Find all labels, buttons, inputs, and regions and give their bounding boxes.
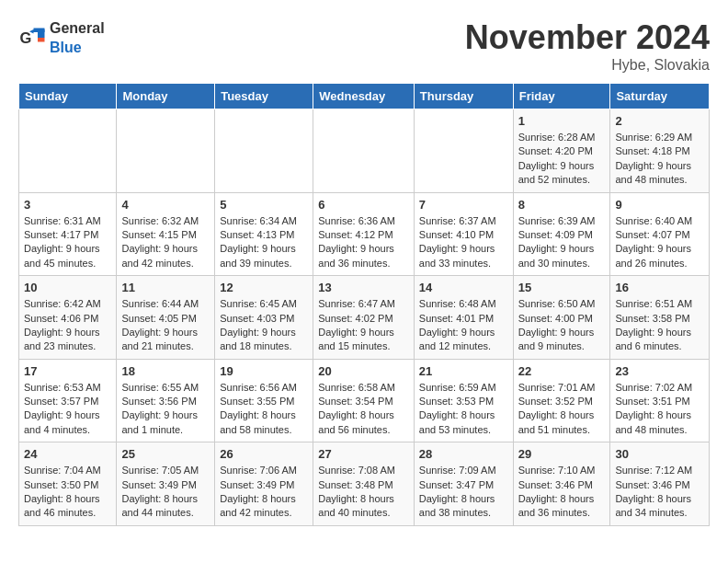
day-cell-2-4: 14 Sunrise: 6:48 AMSunset: 4:01 PMDaylig… — [414, 276, 513, 360]
svg-text:G: G — [20, 29, 32, 46]
day-cell-0-2 — [215, 109, 313, 193]
day-info: Sunrise: 6:58 AMSunset: 3:54 PMDaylight:… — [318, 381, 409, 438]
day-cell-2-0: 10 Sunrise: 6:42 AMSunset: 4:06 PMDaylig… — [19, 276, 117, 360]
day-number: 20 — [318, 364, 409, 378]
day-number: 26 — [220, 447, 308, 461]
week-row-2: 3 Sunrise: 6:31 AMSunset: 4:17 PMDayligh… — [19, 192, 710, 276]
day-cell-1-6: 9 Sunrise: 6:40 AMSunset: 4:07 PMDayligh… — [610, 192, 710, 276]
day-number: 28 — [419, 447, 508, 461]
day-info: Sunrise: 7:04 AMSunset: 3:50 PMDaylight:… — [24, 464, 111, 521]
day-number: 25 — [121, 447, 210, 461]
day-number: 6 — [318, 198, 409, 212]
day-info: Sunrise: 6:39 AMSunset: 4:09 PMDaylight:… — [518, 214, 606, 271]
day-cell-2-2: 12 Sunrise: 6:45 AMSunset: 4:03 PMDaylig… — [215, 276, 313, 360]
day-number: 10 — [24, 281, 111, 294]
day-cell-4-6: 30 Sunrise: 7:12 AMSunset: 3:46 PMDaylig… — [610, 442, 710, 526]
day-cell-3-6: 23 Sunrise: 7:02 AMSunset: 3:51 PMDaylig… — [610, 359, 710, 442]
week-row-4: 17 Sunrise: 6:53 AMSunset: 3:57 PMDaylig… — [19, 359, 710, 442]
day-number: 9 — [615, 198, 704, 212]
day-number: 5 — [220, 198, 308, 212]
day-cell-0-1 — [117, 109, 215, 193]
day-cell-0-3 — [313, 109, 415, 193]
header-wednesday: Wednesday — [313, 84, 415, 109]
day-cell-1-4: 7 Sunrise: 6:37 AMSunset: 4:10 PMDayligh… — [414, 192, 513, 276]
day-cell-2-1: 11 Sunrise: 6:44 AMSunset: 4:05 PMDaylig… — [117, 276, 215, 360]
day-info: Sunrise: 6:47 AMSunset: 4:02 PMDaylight:… — [318, 297, 409, 354]
day-cell-0-4 — [414, 109, 513, 193]
day-number: 13 — [318, 281, 409, 294]
header-saturday: Saturday — [610, 84, 710, 109]
day-cell-4-1: 25 Sunrise: 7:05 AMSunset: 3:49 PMDaylig… — [117, 442, 215, 526]
day-cell-2-6: 16 Sunrise: 6:51 AMSunset: 3:58 PMDaylig… — [610, 276, 710, 360]
day-cell-4-2: 26 Sunrise: 7:06 AMSunset: 3:49 PMDaylig… — [215, 442, 313, 526]
day-cell-3-3: 20 Sunrise: 6:58 AMSunset: 3:54 PMDaylig… — [313, 359, 415, 442]
logo: G General Blue — [18, 18, 105, 57]
month-title: November 2024 — [465, 18, 710, 57]
day-cell-1-2: 5 Sunrise: 6:34 AMSunset: 4:13 PMDayligh… — [215, 192, 313, 276]
header-thursday: Thursday — [414, 84, 513, 109]
day-cell-4-4: 28 Sunrise: 7:09 AMSunset: 3:47 PMDaylig… — [414, 442, 513, 526]
day-number: 12 — [220, 281, 308, 294]
day-cell-3-4: 21 Sunrise: 6:59 AMSunset: 3:53 PMDaylig… — [414, 359, 513, 442]
day-number: 22 — [518, 364, 606, 378]
day-cell-3-2: 19 Sunrise: 6:56 AMSunset: 3:55 PMDaylig… — [215, 359, 313, 442]
day-info: Sunrise: 7:02 AMSunset: 3:51 PMDaylight:… — [615, 381, 704, 438]
header-friday: Friday — [513, 84, 610, 109]
header-monday: Monday — [117, 84, 215, 109]
day-info: Sunrise: 6:56 AMSunset: 3:55 PMDaylight:… — [220, 381, 308, 438]
day-info: Sunrise: 6:31 AMSunset: 4:17 PMDaylight:… — [24, 214, 111, 271]
day-info: Sunrise: 6:55 AMSunset: 3:56 PMDaylight:… — [121, 381, 210, 438]
location: Hybe, Slovakia — [465, 57, 710, 74]
day-number: 3 — [24, 198, 111, 212]
day-info: Sunrise: 6:51 AMSunset: 3:58 PMDaylight:… — [615, 297, 704, 354]
logo-icon: G — [18, 24, 46, 52]
day-info: Sunrise: 6:40 AMSunset: 4:07 PMDaylight:… — [615, 214, 704, 271]
title-block: November 2024 Hybe, Slovakia — [465, 18, 710, 74]
day-number: 21 — [419, 364, 508, 378]
day-info: Sunrise: 6:42 AMSunset: 4:06 PMDaylight:… — [24, 297, 111, 354]
day-number: 4 — [121, 198, 210, 212]
day-info: Sunrise: 6:37 AMSunset: 4:10 PMDaylight:… — [419, 214, 508, 271]
day-number: 19 — [220, 364, 308, 378]
logo-general: General — [50, 20, 105, 36]
day-info: Sunrise: 7:06 AMSunset: 3:49 PMDaylight:… — [220, 464, 308, 521]
day-info: Sunrise: 6:48 AMSunset: 4:01 PMDaylight:… — [419, 297, 508, 354]
day-info: Sunrise: 7:08 AMSunset: 3:48 PMDaylight:… — [318, 464, 409, 521]
day-cell-1-5: 8 Sunrise: 6:39 AMSunset: 4:09 PMDayligh… — [513, 192, 610, 276]
day-info: Sunrise: 7:09 AMSunset: 3:47 PMDaylight:… — [419, 464, 508, 521]
day-cell-2-3: 13 Sunrise: 6:47 AMSunset: 4:02 PMDaylig… — [313, 276, 415, 360]
svg-marker-2 — [38, 38, 45, 42]
day-number: 15 — [518, 281, 606, 294]
day-info: Sunrise: 7:05 AMSunset: 3:49 PMDaylight:… — [121, 464, 210, 521]
day-cell-0-5: 1 Sunrise: 6:28 AMSunset: 4:20 PMDayligh… — [513, 109, 610, 193]
day-cell-2-5: 15 Sunrise: 6:50 AMSunset: 4:00 PMDaylig… — [513, 276, 610, 360]
week-row-5: 24 Sunrise: 7:04 AMSunset: 3:50 PMDaylig… — [19, 442, 710, 526]
day-cell-0-0 — [19, 109, 117, 193]
week-row-1: 1 Sunrise: 6:28 AMSunset: 4:20 PMDayligh… — [19, 109, 710, 193]
day-number: 29 — [518, 447, 606, 461]
day-info: Sunrise: 6:44 AMSunset: 4:05 PMDaylight:… — [121, 297, 210, 354]
day-number: 14 — [419, 281, 508, 294]
calendar-table: SundayMondayTuesdayWednesdayThursdayFrid… — [18, 83, 710, 526]
day-number: 1 — [518, 114, 606, 128]
weekday-header-row: SundayMondayTuesdayWednesdayThursdayFrid… — [19, 84, 710, 109]
day-cell-4-3: 27 Sunrise: 7:08 AMSunset: 3:48 PMDaylig… — [313, 442, 415, 526]
day-cell-4-5: 29 Sunrise: 7:10 AMSunset: 3:46 PMDaylig… — [513, 442, 610, 526]
day-cell-1-3: 6 Sunrise: 6:36 AMSunset: 4:12 PMDayligh… — [313, 192, 415, 276]
day-info: Sunrise: 7:10 AMSunset: 3:46 PMDaylight:… — [518, 464, 606, 521]
day-info: Sunrise: 6:28 AMSunset: 4:20 PMDaylight:… — [518, 131, 606, 188]
day-number: 16 — [615, 281, 704, 294]
day-cell-0-6: 2 Sunrise: 6:29 AMSunset: 4:18 PMDayligh… — [610, 109, 710, 193]
day-number: 8 — [518, 198, 606, 212]
day-cell-3-0: 17 Sunrise: 6:53 AMSunset: 3:57 PMDaylig… — [19, 359, 117, 442]
day-info: Sunrise: 6:59 AMSunset: 3:53 PMDaylight:… — [419, 381, 508, 438]
day-number: 23 — [615, 364, 704, 378]
day-number: 18 — [121, 364, 210, 378]
day-cell-1-0: 3 Sunrise: 6:31 AMSunset: 4:17 PMDayligh… — [19, 192, 117, 276]
header-sunday: Sunday — [19, 84, 117, 109]
day-number: 30 — [615, 447, 704, 461]
day-info: Sunrise: 6:53 AMSunset: 3:57 PMDaylight:… — [24, 381, 111, 438]
logo-blue: Blue — [50, 40, 82, 55]
day-cell-3-1: 18 Sunrise: 6:55 AMSunset: 3:56 PMDaylig… — [117, 359, 215, 442]
day-number: 2 — [615, 114, 704, 128]
